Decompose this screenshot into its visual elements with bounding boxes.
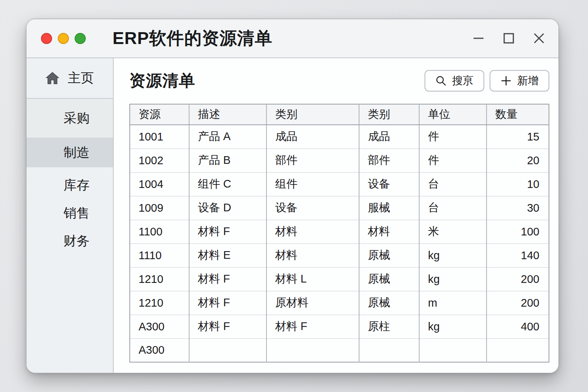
table-row[interactable]: 1110材料 E材料原械kg140 bbox=[130, 243, 549, 267]
table-cell: 材料 F bbox=[189, 315, 266, 338]
table-cell: 材料 bbox=[359, 220, 419, 243]
table-cell: kg bbox=[419, 315, 487, 338]
close-button[interactable] bbox=[532, 32, 546, 45]
sidebar-item-label: 销售 bbox=[64, 204, 90, 222]
table-header-row: 资源描述类别类别单位数量 bbox=[130, 104, 549, 125]
table-cell: A300 bbox=[130, 315, 189, 338]
maximize-button[interactable] bbox=[502, 32, 515, 45]
window-title: ERP软件的资源清单 bbox=[113, 27, 273, 50]
table-cell: 1009 bbox=[130, 196, 189, 220]
table-cell: 1110 bbox=[130, 243, 189, 267]
column-header: 数量 bbox=[487, 104, 549, 125]
home-icon bbox=[46, 71, 59, 85]
table-cell: 材料 F bbox=[266, 315, 359, 338]
table-cell: 100 bbox=[487, 220, 549, 243]
table-cell: A300 bbox=[130, 338, 189, 362]
table-cell: 1210 bbox=[130, 291, 189, 315]
table-cell: 设备 D bbox=[189, 196, 266, 220]
table-cell: 材料 bbox=[266, 220, 359, 243]
table-cell: 1210 bbox=[130, 267, 189, 291]
sidebar-item-finance[interactable]: 财务 bbox=[26, 227, 113, 255]
desktop: { "window": { "title": "ERP软件的资源清单", "co… bbox=[0, 0, 588, 392]
table-cell: 组件 C bbox=[189, 172, 266, 196]
table-row[interactable]: 1004组件 C组件设备台10 bbox=[130, 172, 549, 196]
sidebar: 主页采购制造库存销售财务 bbox=[26, 58, 114, 373]
column-header: 资源 bbox=[130, 104, 189, 125]
table-cell: 材料 F bbox=[189, 291, 266, 315]
window-controls bbox=[472, 32, 546, 45]
table-row[interactable]: 1100材料 F材料材料米100 bbox=[130, 220, 549, 243]
close-icon bbox=[532, 32, 546, 45]
table-cell bbox=[487, 338, 549, 362]
resource-table: 资源描述类别类别单位数量 1001产品 A成品成品件151002产品 B部件部件… bbox=[129, 104, 549, 363]
table-cell: 成品 bbox=[359, 125, 419, 149]
sidebar-item-home[interactable]: 主页 bbox=[26, 58, 113, 99]
sidebar-item-manufacture[interactable]: 制造 bbox=[26, 138, 113, 167]
table-cell: 设备 bbox=[266, 196, 359, 220]
table-cell: 设备 bbox=[359, 172, 419, 196]
table-cell: 产品 A bbox=[189, 125, 266, 149]
table-cell: 1002 bbox=[130, 149, 189, 172]
column-header: 描述 bbox=[189, 104, 266, 125]
table-cell: 成品 bbox=[266, 125, 359, 149]
table-cell: 400 bbox=[487, 315, 549, 338]
sidebar-item-inventory[interactable]: 库存 bbox=[26, 171, 113, 199]
table-row[interactable]: A300 bbox=[130, 338, 549, 362]
minimize-button[interactable] bbox=[472, 32, 485, 45]
table-row[interactable]: 1009设备 D设备服械台30 bbox=[130, 196, 549, 220]
main-content: 资源清单 搜亰 新增 bbox=[114, 58, 559, 373]
table-cell: 材料 F bbox=[189, 220, 266, 243]
table-cell: 原柱 bbox=[359, 315, 419, 338]
table-cell: 10 bbox=[487, 172, 549, 196]
table-cell: 材料 E bbox=[189, 243, 266, 267]
search-icon bbox=[435, 75, 447, 87]
table-cell bbox=[359, 338, 419, 362]
maximize-icon bbox=[502, 32, 515, 45]
table-cell: 产品 B bbox=[189, 149, 266, 172]
table-row[interactable]: 1210材料 F材料 L原械kg200 bbox=[130, 267, 549, 291]
sidebar-item-label: 财务 bbox=[64, 232, 90, 250]
table-cell: 15 bbox=[487, 125, 549, 149]
table-cell: 200 bbox=[487, 267, 549, 291]
plus-icon bbox=[500, 75, 512, 87]
add-button-label: 新增 bbox=[517, 74, 539, 88]
table-cell bbox=[189, 338, 266, 362]
sidebar-item-sales[interactable]: 销售 bbox=[26, 199, 113, 227]
table-body: 1001产品 A成品成品件151002产品 B部件部件件201004组件 C组件… bbox=[130, 125, 549, 362]
table-cell: kg bbox=[419, 243, 487, 267]
titlebar: ERP软件的资源清单 bbox=[26, 19, 559, 58]
table-cell: 140 bbox=[487, 243, 549, 267]
table-cell: 1001 bbox=[130, 125, 189, 149]
table-cell: 原械 bbox=[359, 291, 419, 315]
table-cell: 200 bbox=[487, 291, 549, 315]
table-row[interactable]: 1001产品 A成品成品件15 bbox=[130, 125, 549, 149]
sidebar-item-label: 制造 bbox=[64, 144, 90, 162]
table-row[interactable]: A300材料 F材料 F原柱kg400 bbox=[130, 315, 549, 338]
toolbar: 搜亰 新增 bbox=[425, 70, 549, 91]
table-cell: 件 bbox=[419, 149, 487, 172]
traffic-lights bbox=[41, 33, 86, 44]
table-cell: 组件 bbox=[266, 172, 359, 196]
table-cell: 1100 bbox=[130, 220, 189, 243]
close-traffic-light[interactable] bbox=[41, 33, 52, 44]
sidebar-item-label: 采购 bbox=[64, 109, 90, 127]
sidebar-item-label: 库存 bbox=[64, 176, 90, 194]
window-body: 主页采购制造库存销售财务 资源清单 搜亰 bbox=[26, 58, 559, 373]
sidebar-spacer bbox=[26, 167, 113, 171]
table-cell: 服械 bbox=[359, 196, 419, 220]
add-button[interactable]: 新增 bbox=[490, 70, 549, 91]
main-header: 资源清单 搜亰 新增 bbox=[129, 70, 549, 92]
table-cell: kg bbox=[419, 267, 487, 291]
sidebar-item-purchase[interactable]: 采购 bbox=[26, 99, 113, 138]
table-cell: 原械 bbox=[359, 243, 419, 267]
table-cell bbox=[419, 338, 487, 362]
table-cell: 部件 bbox=[266, 149, 359, 172]
zoom-traffic-light[interactable] bbox=[75, 33, 86, 44]
table-row[interactable]: 1002产品 B部件部件件20 bbox=[130, 149, 549, 172]
sidebar-item-label: 主页 bbox=[68, 69, 94, 87]
table-cell: 材料 bbox=[266, 243, 359, 267]
search-button[interactable]: 搜亰 bbox=[425, 70, 484, 91]
table-cell: 原材料 bbox=[266, 291, 359, 315]
minimize-traffic-light[interactable] bbox=[58, 33, 69, 44]
table-row[interactable]: 1210材料 F原材料原械m200 bbox=[130, 291, 549, 315]
